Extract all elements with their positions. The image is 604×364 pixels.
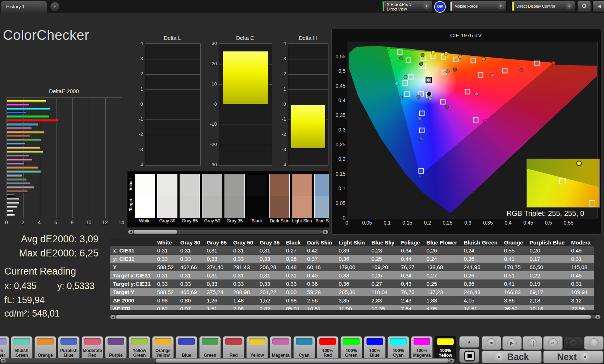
table-cell: 246,43 xyxy=(461,288,501,296)
patch-row-scrollbar[interactable]: ◀ ▶ xyxy=(0,358,455,363)
patch-button-moderate-red[interactable]: Moderate Red xyxy=(81,336,103,359)
scroll-left-icon[interactable]: ◀ xyxy=(110,315,116,319)
swatch-chip-dark-skin xyxy=(269,174,290,218)
source-dropdown[interactable]: Mobile Forge ▼ xyxy=(449,1,507,12)
patch-button-100-magenta[interactable]: 100% Magenta xyxy=(411,336,433,359)
patch-button-100-cyan[interactable]: 100% Cyan xyxy=(387,336,409,359)
cie-measurement-dot xyxy=(421,53,425,57)
cie-measurement-dot xyxy=(483,119,487,123)
cie-x-tick-label: 0,5 xyxy=(539,220,557,226)
inset-measurement-dot xyxy=(576,160,582,166)
patch-button-bluish-green[interactable]: Bluish Green xyxy=(11,336,33,359)
play-button[interactable]: ▶ xyxy=(502,336,522,350)
patch-button-yellow-green[interactable]: Yellow Green xyxy=(129,336,150,359)
meter-dropdown[interactable]: X-Rite i1Pro 3 Direct View ▼ xyxy=(382,1,432,12)
scrollbar-thumb[interactable] xyxy=(116,315,591,319)
table-cell: 0,34 xyxy=(398,246,423,255)
patch-button-blue[interactable]: Blue xyxy=(176,336,197,359)
scroll-right-icon[interactable]: ▶ xyxy=(323,230,328,234)
deltae-bar-100-yellow xyxy=(7,100,46,102)
scroll-left-icon[interactable]: ◀ xyxy=(128,230,133,234)
patch-button-100-red[interactable]: 100% Red xyxy=(317,336,339,359)
swatch-target-color xyxy=(270,196,289,218)
settings-button[interactable]: ⚙ xyxy=(577,1,591,12)
deltae-bar-gray-65 xyxy=(7,206,17,209)
patch-label: Orange xyxy=(35,353,55,358)
deltae-bar-orange-yellow xyxy=(7,147,41,150)
measurement-table-wrap: WhiteGray 80Gray 65Gray 50Gray 35BlackDa… xyxy=(110,238,604,310)
patch-button-blue-flower[interactable]: Blue Flower xyxy=(0,336,9,359)
table-column-header: Purplish Blue xyxy=(527,238,568,246)
table-cell: 465,69 xyxy=(177,288,204,296)
cie-measurement-dot xyxy=(551,61,555,65)
stop-button[interactable]: ■ xyxy=(482,336,501,350)
step-button[interactable]: [-] xyxy=(523,336,542,350)
table-cell: 206,28 xyxy=(256,263,283,271)
cie-measurement-dot xyxy=(419,62,423,66)
cie-x-tick-label: 0,05 xyxy=(358,220,376,226)
cie-y-tick-label: 0,45 xyxy=(333,83,345,89)
scroll-right-icon[interactable]: ▶ xyxy=(595,315,600,319)
table-scrollbar[interactable]: ◀ ▶ xyxy=(110,314,601,320)
swatch-target-color xyxy=(202,196,222,218)
de-axis-tick-label: 12 xyxy=(101,219,109,225)
table-cell: 205,36 xyxy=(335,288,368,296)
back-button[interactable]: « Back xyxy=(482,351,542,363)
scrollbar-thumb[interactable] xyxy=(156,359,449,363)
cie-zoom-inset xyxy=(527,159,600,208)
de-gridline xyxy=(105,98,106,218)
collapse-panel-button[interactable]: ◀ xyxy=(592,1,604,12)
patch-button-purple[interactable]: Purple xyxy=(105,336,127,359)
page-title: ColorChecker xyxy=(3,28,89,43)
table-column-header: Foliage xyxy=(398,238,423,246)
cie-y-tick-label: 0,35 xyxy=(333,112,345,118)
delta-axis-tick-label: 10 xyxy=(205,81,217,87)
patch-button-orange-yellow[interactable]: Orange Yellow xyxy=(152,336,174,359)
patch-button-yellow[interactable]: Yellow xyxy=(246,336,268,359)
add-tab-button[interactable]: + xyxy=(50,2,60,12)
chevron-down-icon[interactable]: ▼ xyxy=(497,3,504,10)
patch-button-100-blue[interactable]: 100% Blue xyxy=(364,336,386,359)
patch-button-orange[interactable]: Orange xyxy=(34,336,56,359)
delta-gridline xyxy=(219,125,272,125)
next-chevron-icon: » xyxy=(580,352,590,361)
up-arrow-icon: ▲ xyxy=(467,339,472,344)
chevron-down-icon[interactable]: ▼ xyxy=(423,3,430,10)
patch-button-green[interactable]: Green xyxy=(199,336,221,359)
current-reading-heading: Current Reading xyxy=(4,266,76,277)
meter-count-badge[interactable]: 695 xyxy=(434,1,446,13)
refresh-button[interactable]: ⟳ xyxy=(563,336,583,350)
tab-history-1[interactable]: History 1 xyxy=(1,1,47,13)
patch-button-100-yellow[interactable]: 100% Yellow xyxy=(435,336,456,359)
swatch-chip-black xyxy=(247,174,267,218)
patch-button-red[interactable]: Red xyxy=(223,336,244,359)
table-cell: 0,55 xyxy=(501,246,527,255)
current-cdm2-value: cd/m²: 548,01 xyxy=(4,308,60,319)
cie-x-tick-label: 0,35 xyxy=(479,220,497,226)
record-button[interactable] xyxy=(584,336,604,350)
table-column-header: Gray 65 xyxy=(204,238,230,246)
scroll-left-icon[interactable]: ◀ xyxy=(1,359,6,363)
patch-button-cyan[interactable]: Cyan xyxy=(293,336,315,359)
workflow-dropdown[interactable]: Direct Display Control ▼ xyxy=(511,1,575,12)
cie-measurement-dot xyxy=(395,82,399,86)
scrollbar-thumb[interactable] xyxy=(134,230,177,234)
patch-button-purplish-blue[interactable]: Purplish Blue xyxy=(58,336,80,359)
patch-list-up-button[interactable]: ▲ xyxy=(459,336,479,348)
swatch-strip-scrollbar[interactable]: ◀ ▶ xyxy=(127,229,329,235)
table-cell: 288,98 xyxy=(230,288,256,296)
patch-button-100-green[interactable]: 100% Green xyxy=(340,336,362,359)
current-x-value: x: 0,435 xyxy=(4,281,37,291)
chevron-down-icon[interactable]: ▼ xyxy=(566,3,573,10)
patch-label: 100% Blue xyxy=(365,348,385,358)
loop-button[interactable]: ∞ xyxy=(543,336,563,350)
delta-chart-title-delta-l: Delta L xyxy=(145,35,200,41)
table-cell: 0,49 xyxy=(568,246,593,255)
table-cell: 0,25 xyxy=(368,255,398,263)
scroll-right-icon[interactable]: ▶ xyxy=(449,359,454,363)
pattern-window-button[interactable] xyxy=(459,348,479,363)
patch-button-magenta[interactable]: Magenta xyxy=(270,336,291,359)
next-button[interactable]: Next » xyxy=(543,351,603,363)
deltae-bar-purple xyxy=(7,155,30,158)
delta-axis-tick-label: 2 xyxy=(274,71,286,76)
